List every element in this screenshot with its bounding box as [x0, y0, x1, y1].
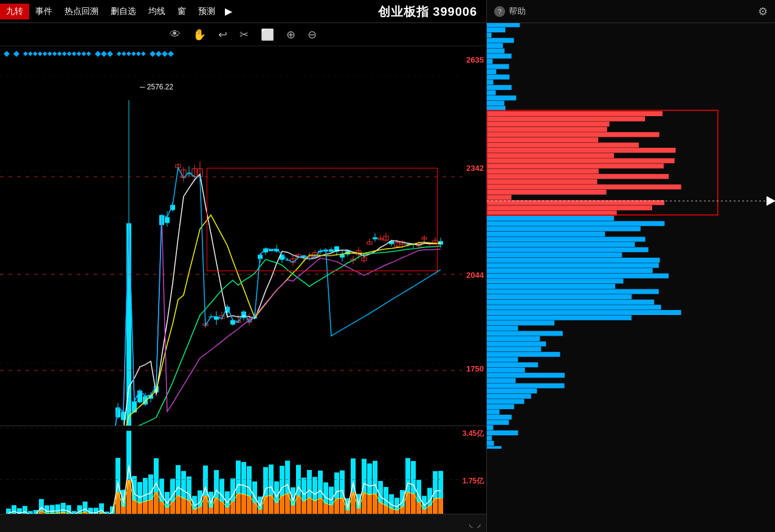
price-1750: 1750: [466, 365, 486, 373]
zoomin-icon[interactable]: ⊕: [283, 27, 299, 43]
main-chart: ◆ ◆ ◆◆◆◆◆◆◆◆◆◆◆◆◆◆ ◆◆◆ ◆◆◆◆◆◆ ◆◆◆◆ 2635 …: [0, 46, 486, 472]
histogram-canvas: [487, 23, 775, 449]
nav-yuce[interactable]: 预测: [192, 4, 221, 19]
nav-arrow[interactable]: ▶: [221, 4, 236, 18]
diamond-markers: ◆ ◆ ◆◆◆◆◆◆◆◆◆◆◆◆◆◆ ◆◆◆ ◆◆◆◆◆◆ ◆◆◆◆: [0, 46, 438, 60]
help-icon[interactable]: ?: [494, 6, 505, 17]
high-price-label: ─ 2576.22: [140, 83, 173, 91]
diamond-5: ◆◆◆◆◆◆: [117, 50, 146, 57]
nav-junxian[interactable]: 均线: [142, 4, 171, 19]
chart-title: 创业板指 399006: [378, 4, 477, 20]
nav-shijian[interactable]: 事件: [29, 4, 58, 19]
price-2044: 2044: [466, 271, 486, 279]
square-icon[interactable]: ⬜: [257, 27, 278, 43]
diamond-4: ◆◆◆: [95, 49, 113, 58]
help-text: ? 帮助: [494, 6, 526, 17]
vol-label-175: 1.75亿: [463, 476, 486, 486]
scroll-left-btn[interactable]: ◟: [469, 519, 472, 528]
histogram-panel: [487, 23, 775, 449]
nav-chuang[interactable]: 窗: [171, 4, 192, 19]
nav-shanzi[interactable]: 删自选: [105, 4, 142, 19]
help-label: 帮助: [509, 6, 526, 17]
price-2342: 2342: [466, 164, 486, 172]
main-canvas-chart: [0, 60, 486, 472]
scroll-right-btn[interactable]: ◞: [477, 519, 480, 528]
diamond-2: ◆: [13, 49, 19, 58]
toolbar: 👁 ✋ ↩ ✂ ⬜ ⊕ ⊖: [0, 23, 486, 46]
zoomout-icon[interactable]: ⊖: [304, 27, 320, 43]
price-2635: 2635: [466, 56, 486, 64]
eye-icon[interactable]: 👁: [166, 27, 184, 42]
bottom-bar: ◟ ◞: [0, 514, 486, 532]
hand-icon[interactable]: ✋: [189, 27, 210, 43]
nav-redian[interactable]: 热点回溯: [58, 4, 105, 19]
vol-label-345: 3.45亿: [463, 429, 486, 439]
scissors-icon[interactable]: ✂: [236, 27, 252, 43]
undo-icon[interactable]: ↩: [215, 27, 231, 43]
settings-icon[interactable]: ⚙: [758, 5, 768, 18]
right-panel-header: ? 帮助 ⚙: [487, 0, 775, 23]
right-panel: ? 帮助 ⚙: [486, 0, 775, 532]
diamond-3: ◆◆◆◆◆◆◆◆◆◆◆◆◆◆: [23, 50, 91, 57]
diamond-1: ◆: [4, 49, 10, 58]
nav-jiuzhuan[interactable]: 九转: [0, 4, 29, 19]
diamond-6: ◆◆◆◆: [150, 49, 174, 58]
